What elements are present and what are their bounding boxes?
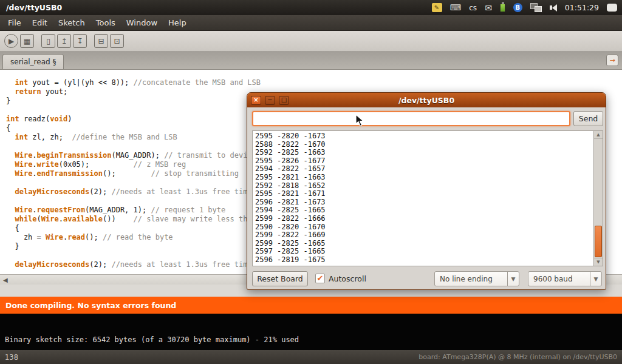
ide-footer: 138 board: ATmega328P(A) @ 8 MHz (intern… [0,350,622,364]
mail-icon[interactable]: ✉ [485,4,492,12]
build-console-text: Binary sketch size: 6542 bytes (of a 307… [5,335,299,344]
scroll-left-arrow-icon[interactable]: ◀ [3,277,8,283]
close-window-button[interactable]: × [251,96,261,105]
minimize-window-button[interactable]: − [265,96,275,105]
screen: /dev/ttyUSB0 ✎ ⌨ cs ✉ B 01:51:29 File Ed… [0,0,622,364]
stop-button[interactable]: ▦ [20,34,34,48]
serial-send-input[interactable] [252,111,570,126]
serial-output-text: 2595 -2820 -1673 2588 -2822 -1670 2592 -… [255,132,592,265]
menu-window[interactable]: Window [121,16,163,30]
baud-rate-value: 9600 baud [528,275,590,283]
serial-output-scrollbar[interactable]: ▲ ▼ [593,131,603,266]
save-button[interactable]: ↧ [73,34,87,48]
autoscroll-checkbox[interactable]: ✔ [315,274,325,283]
line-ending-value: No line ending [435,275,507,283]
menu-file[interactable]: File [2,16,27,30]
serial-output-area[interactable]: 2595 -2820 -1673 2588 -2822 -1670 2592 -… [252,130,603,266]
code-line: int yout = (yl|(yh << 8)); //concatenate… [6,78,622,87]
line-number-indicator: 138 [5,353,18,362]
tab-menu-button[interactable]: → [606,55,618,66]
volume-icon-cone [552,4,557,12]
menu-tools[interactable]: Tools [91,16,121,30]
build-console: Binary sketch size: 6542 bytes (of a 307… [0,314,622,350]
keyboard-layout-indicator[interactable]: cs [469,4,477,12]
clock[interactable]: 01:51:29 [565,3,599,12]
compile-status-bar: Done compiling. No syntax errors found [0,297,622,314]
board-info: board: ATmega328P(A) @ 8 MHz (internal) … [419,353,617,361]
scroll-up-arrow-icon[interactable]: ▲ [594,131,603,139]
send-button[interactable]: Send [573,111,603,126]
volume-icon[interactable] [550,4,557,12]
menu-sketch[interactable]: Sketch [53,16,91,30]
tab-bar: serial_read § → [0,52,622,70]
panel-window-title: /dev/ttyUSB0 [6,3,62,12]
compile-status-message: Done compiling. No syntax errors found [5,301,176,310]
bluetooth-icon[interactable]: B [513,3,522,12]
notes-applet-icon[interactable]: ✎ [432,3,442,12]
session-menu-icon[interactable] [607,4,617,12]
baud-rate-select[interactable]: 9600 baud ▼ [528,271,602,286]
new-sketch-button[interactable]: ▯ [41,34,55,48]
chevron-down-icon[interactable]: ▼ [507,272,519,286]
serial-monitor-title: /dev/ttyUSB0 [247,96,606,105]
verify-button[interactable]: ▶ [4,34,18,48]
serial-monitor-window: /dev/ttyUSB0 × − □ Send 2595 -2820 -1673… [247,92,606,290]
network-icon[interactable] [530,3,542,12]
chevron-down-icon[interactable]: ▼ [590,272,601,286]
keyboard-icon[interactable]: ⌨ [450,3,462,12]
tab-serial-read[interactable]: serial_read § [2,54,64,69]
menu-edit[interactable]: Edit [27,16,53,30]
autoscroll-label: Autoscroll [329,274,366,283]
battery-icon[interactable] [500,4,505,12]
toolbar: ▶ ▦ ▯ ↥ ↧ ⊟ ⊡ [0,31,622,52]
open-button[interactable]: ↥ [57,34,71,48]
serial-monitor-button[interactable]: ⊡ [110,34,124,48]
reset-board-button[interactable]: Reset Board [252,271,308,286]
scrollbar-thumb[interactable] [595,226,602,257]
system-panel: /dev/ttyUSB0 ✎ ⌨ cs ✉ B 01:51:29 [0,0,622,15]
menubar: File Edit Sketch Tools Window Help [0,15,622,31]
serial-monitor-titlebar[interactable]: /dev/ttyUSB0 × − □ [247,93,606,107]
upload-button[interactable]: ⊟ [94,34,108,48]
scroll-down-arrow-icon[interactable]: ▼ [594,258,603,266]
menu-help[interactable]: Help [163,16,192,30]
line-ending-select[interactable]: No line ending ▼ [434,271,519,286]
system-tray: ✎ ⌨ cs ✉ B 01:51:29 [432,3,618,12]
maximize-window-button[interactable]: □ [279,96,289,105]
